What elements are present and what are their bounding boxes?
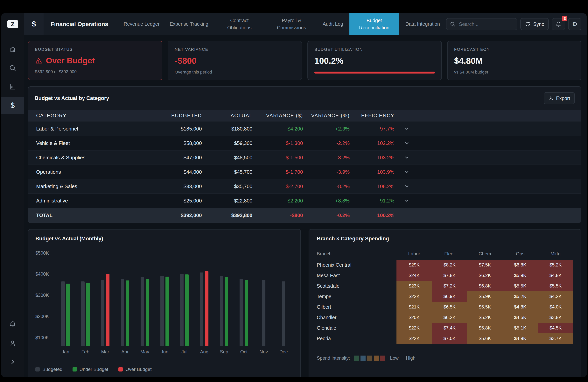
- search-input[interactable]: [458, 21, 513, 27]
- y-tick-label: $400K: [35, 271, 52, 277]
- kpi-label: BUDGET STATUS: [35, 47, 155, 52]
- heatmap-cell: $4.0K: [538, 302, 573, 312]
- cell-category: Chemicals & Supplies: [28, 155, 145, 161]
- bar-actual: [146, 279, 149, 346]
- cell-efficiency: 103.9%: [351, 169, 396, 175]
- bar-group-aug: [194, 249, 214, 346]
- heatmap-cell: $5.9K: [467, 291, 503, 302]
- search-icon: [450, 21, 455, 27]
- cell-variance-pct: -8.2%: [304, 183, 351, 190]
- kpi-label: NET VARIANCE: [175, 47, 295, 52]
- kpi-value: -$800: [175, 56, 295, 66]
- cell-variance-usd: $-1,300: [254, 140, 304, 146]
- bar-budgeted: [121, 279, 124, 346]
- sidebar-item-chevron-right[interactable]: [1, 353, 24, 370]
- heatmap-cell: $6.2K: [467, 270, 503, 281]
- tab-audit-log[interactable]: Audit Log: [319, 13, 347, 35]
- column-header-variance: VARIANCE (%): [304, 113, 351, 119]
- cell-budgeted: $25,000: [145, 198, 203, 204]
- settings-button[interactable]: ⚙: [568, 18, 581, 30]
- cell-budgeted: $44,000: [145, 169, 203, 175]
- cell-variance-pct: -3.9%: [304, 169, 351, 175]
- table-row[interactable]: Chemicals & Supplies$47,000$48,500$-1,50…: [28, 150, 581, 165]
- card-title: Budget vs Actual by Category: [35, 95, 109, 101]
- table-row[interactable]: Vehicle & Fleet$58,000$59,300$-1,300-2.2…: [28, 136, 581, 150]
- bar-actual: [205, 271, 209, 346]
- heatmap-title: Branch × Category Spending: [317, 236, 573, 242]
- table-row[interactable]: Administrative$25,000$22,800+$2,200+8.8%…: [28, 193, 581, 208]
- chevron-down-icon[interactable]: [396, 126, 418, 131]
- legend-swatch: [73, 367, 77, 371]
- total-variance-usd: -$800: [254, 212, 304, 218]
- chart-divider: [35, 361, 294, 361]
- tab-budget-reconciliation[interactable]: Budget Reconciliation: [349, 13, 399, 35]
- heatmap-cell: $22K: [397, 333, 432, 344]
- heatmap-branch-label: Glendale: [317, 323, 397, 333]
- heatmap-cell: $7.8K: [432, 270, 467, 281]
- cell-category: Administrative: [28, 198, 145, 204]
- cell-efficiency: 108.2%: [351, 183, 396, 190]
- notification-badge: 3: [562, 16, 567, 21]
- total-budgeted: $392,000: [145, 212, 203, 218]
- chevron-down-icon[interactable]: [396, 198, 418, 203]
- user-icon: [9, 339, 17, 347]
- home-icon: [9, 45, 17, 53]
- table-row[interactable]: Operations$44,000$45,700$-1,700-3.9%103.…: [28, 165, 581, 179]
- sync-icon: [525, 21, 530, 27]
- cell-variance-usd: +$2,200: [254, 198, 304, 204]
- heatmap-branch-label: Peoria: [317, 333, 397, 344]
- heatmap-grid: BranchLaborFleetChemOpsMktgPhoenix Centr…: [317, 248, 573, 344]
- chevron-down-icon[interactable]: [396, 140, 418, 146]
- bar-actual: [185, 275, 189, 346]
- chart-title: Budget vs Actual (Monthly): [35, 236, 294, 242]
- sync-button[interactable]: Sync: [520, 18, 549, 30]
- gear-icon: ⚙: [572, 21, 578, 27]
- app-logo: Z: [1, 13, 24, 35]
- cell-variance-usd: $-2,700: [254, 183, 304, 190]
- sidebar-item-bar-chart[interactable]: [1, 78, 24, 95]
- x-tick-label: Jan: [56, 349, 75, 355]
- sidebar-item-search[interactable]: [1, 60, 24, 77]
- heatmap-cell: $6.5K: [432, 302, 467, 312]
- tab-expense-tracking[interactable]: Expense Tracking: [166, 13, 212, 35]
- cell-actual: $45,700: [203, 169, 254, 175]
- cell-category: Operations: [28, 169, 145, 175]
- heatmap-cell: $3.7K: [538, 333, 573, 344]
- bar-budgeted: [282, 281, 285, 346]
- chevron-down-icon[interactable]: [396, 184, 418, 189]
- nav-tabs: Revenue LedgerExpense TrackingContract O…: [117, 13, 446, 35]
- tab-revenue-ledger[interactable]: Revenue Ledger: [120, 13, 164, 35]
- heatmap-cell: $4.8K: [538, 270, 573, 281]
- cell-budgeted: $33,000: [145, 183, 203, 190]
- column-header-variance: VARIANCE ($): [254, 113, 304, 119]
- chevron-down-icon[interactable]: [396, 169, 418, 175]
- total-actual: $392,800: [203, 212, 254, 218]
- desktop: Z $ Financial Operations Revenue LedgerE…: [0, 0, 588, 382]
- sidebar-item-user[interactable]: [1, 335, 24, 352]
- heatmap-column-mktg: Mktg: [538, 248, 573, 260]
- heatmap-cell: $20K: [397, 312, 432, 323]
- chevron-down-icon[interactable]: [396, 155, 418, 160]
- warning-icon: [35, 57, 42, 64]
- heatmap-cell: $5.1K: [503, 323, 538, 333]
- bar-budgeted: [220, 276, 223, 346]
- tab-data-integration[interactable]: Data Integration: [401, 13, 444, 35]
- sidebar-item-home[interactable]: [1, 41, 24, 58]
- search-box[interactable]: [446, 18, 517, 30]
- tab-contract-obligations[interactable]: Contract Obligations: [214, 13, 264, 35]
- tab-payroll-commissions[interactable]: Payroll & Commissions: [267, 13, 316, 35]
- table-row[interactable]: Marketing & Sales$33,000$35,700$-2,700-8…: [28, 179, 581, 193]
- bar-actual: [106, 274, 109, 346]
- kpi-label: BUDGET UTILIZATION: [315, 47, 435, 52]
- sidebar-item-dollar[interactable]: $: [1, 97, 24, 114]
- heatmap-legend: Spend intensity:Low → High: [317, 355, 573, 361]
- bottom-row: Budget vs Actual (Monthly) $500K$400K$30…: [28, 229, 581, 377]
- heatmap-cell: $7.0K: [432, 333, 467, 344]
- export-button[interactable]: Export: [544, 92, 575, 104]
- notifications-button[interactable]: 3: [552, 18, 565, 30]
- sidebar-item-bell[interactable]: [1, 316, 24, 333]
- table-total-row: TOTAL $392,000 $392,800 -$800 -0.2% 100.…: [28, 208, 581, 223]
- heatmap-cell: $22K: [397, 323, 432, 333]
- kpi-row: BUDGET STATUS Over Budget $392,800 of $3…: [28, 41, 581, 80]
- table-row[interactable]: Labor & Personnel$185,000$180,800+$4,200…: [28, 121, 581, 136]
